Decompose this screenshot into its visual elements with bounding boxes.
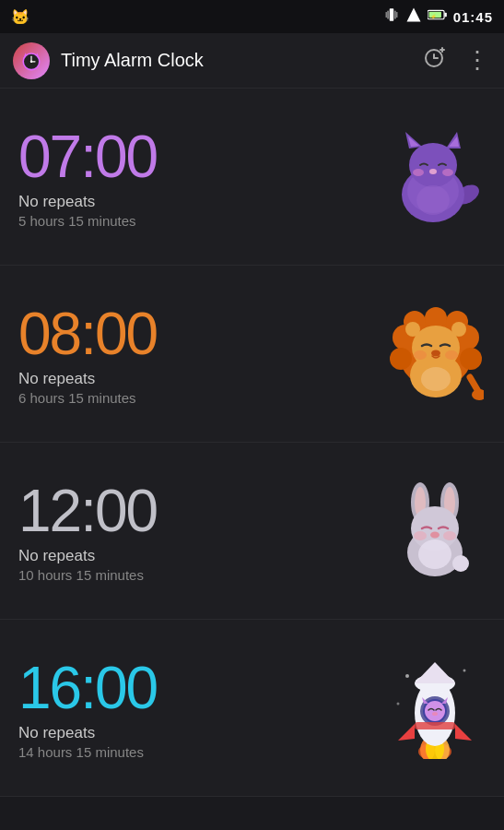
svg-point-79 <box>463 669 466 671</box>
add-alarm-button[interactable] <box>423 46 447 76</box>
svg-rect-1 <box>387 11 388 19</box>
svg-rect-0 <box>389 8 393 21</box>
svg-rect-3 <box>385 12 386 18</box>
alarm-info: 12:00 No repeats 10 hours 15 minutes <box>18 479 384 583</box>
app-logo <box>13 42 50 79</box>
svg-rect-77 <box>415 722 455 729</box>
svg-rect-7 <box>444 13 446 18</box>
svg-rect-2 <box>394 11 395 19</box>
svg-point-78 <box>405 674 409 678</box>
alarm-mascot-lion <box>384 303 486 405</box>
more-options-button[interactable]: ⋮ <box>465 46 491 75</box>
svg-marker-68 <box>415 662 455 683</box>
alarm-mascot-cat <box>384 126 486 228</box>
svg-point-59 <box>443 531 456 540</box>
svg-point-48 <box>414 350 427 360</box>
status-bar-left: 🐱 <box>11 8 29 26</box>
svg-point-32 <box>416 185 450 215</box>
svg-point-80 <box>397 702 400 705</box>
alarm-countdown: 14 hours 15 minutes <box>18 744 384 760</box>
battery-icon: ⚡ <box>428 8 448 25</box>
svg-point-73 <box>425 701 445 721</box>
alarm-item[interactable]: 07:00 No repeats 5 hours 15 minutes <box>0 89 504 266</box>
svg-point-49 <box>445 350 458 360</box>
svg-point-36 <box>390 348 412 370</box>
svg-rect-4 <box>396 12 397 18</box>
alarm-item[interactable]: 08:00 No repeats 6 hours 15 minutes <box>0 266 504 443</box>
svg-point-61 <box>452 555 469 572</box>
alarm-repeat: No repeats <box>18 724 384 742</box>
status-time: 01:45 <box>453 9 493 25</box>
alarm-time: 12:00 <box>18 479 384 543</box>
alarm-list: 07:00 No repeats 5 hours 15 minutes <box>0 89 504 797</box>
alarm-info: 16:00 No repeats 14 hours 15 minutes <box>18 656 384 760</box>
svg-point-50 <box>421 367 451 391</box>
svg-point-24 <box>409 143 457 187</box>
alarm-item[interactable]: 16:00 No repeats 14 hours 15 minutes <box>0 620 504 797</box>
alarm-info: 07:00 No repeats 5 hours 15 minutes <box>18 125 384 229</box>
vibrate-icon <box>383 6 400 27</box>
app-header: Timy Alarm Clock ⋮ <box>0 33 504 89</box>
alarm-countdown: 6 hours 15 minutes <box>18 390 384 406</box>
svg-text:⚡: ⚡ <box>430 13 437 20</box>
signal-icon <box>405 6 422 27</box>
svg-point-42 <box>472 389 484 400</box>
svg-point-15 <box>30 60 32 62</box>
svg-point-74 <box>432 712 438 716</box>
svg-point-57 <box>430 532 440 539</box>
svg-marker-75 <box>398 724 415 741</box>
alarm-info: 08:00 No repeats 6 hours 15 minutes <box>18 302 384 406</box>
svg-point-46 <box>451 322 466 337</box>
svg-point-29 <box>429 169 437 174</box>
alarm-repeat: No repeats <box>18 193 384 211</box>
alarm-countdown: 10 hours 15 minutes <box>18 567 384 583</box>
alarm-repeat: No repeats <box>18 370 384 388</box>
svg-point-31 <box>442 169 453 176</box>
header-icons: ⋮ <box>423 46 491 76</box>
status-bar-right: ⚡ 01:45 <box>383 6 493 27</box>
alarm-time: 08:00 <box>18 302 384 366</box>
svg-point-37 <box>460 348 482 370</box>
alarm-time: 07:00 <box>18 125 384 189</box>
app-title: Timy Alarm Clock <box>61 50 423 71</box>
alarm-mascot-rocket <box>384 658 486 759</box>
svg-point-60 <box>418 540 451 569</box>
svg-marker-5 <box>406 8 420 22</box>
svg-marker-76 <box>455 724 472 741</box>
alarm-mascot-bunny <box>384 480 486 582</box>
alarm-status-icon: 🐱 <box>11 8 29 26</box>
alarm-item[interactable]: 12:00 No repeats 10 hours 15 minutes <box>0 443 504 620</box>
alarm-repeat: No repeats <box>18 547 384 565</box>
status-bar: 🐱 ⚡ 01:45 <box>0 0 504 33</box>
svg-point-58 <box>414 531 427 540</box>
alarm-countdown: 5 hours 15 minutes <box>18 213 384 229</box>
svg-point-30 <box>413 169 424 176</box>
alarm-time: 16:00 <box>18 656 384 720</box>
svg-point-45 <box>405 322 420 337</box>
